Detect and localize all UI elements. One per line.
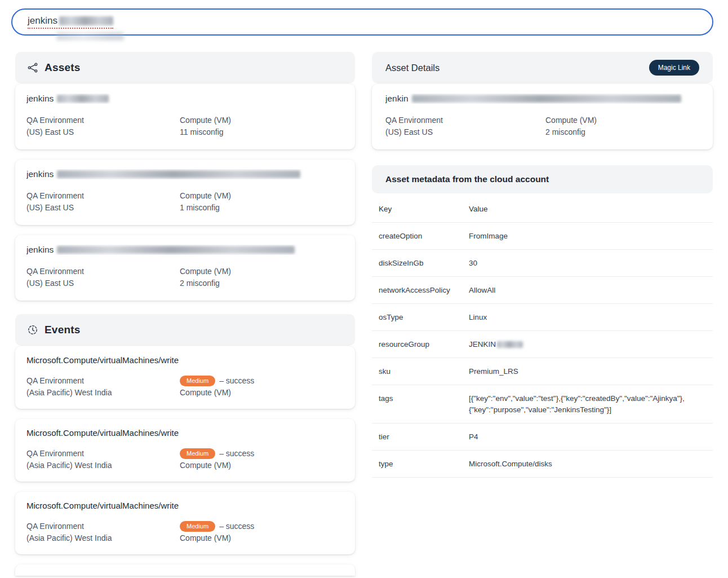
asset-misconfig-count: 11 misconfig [180,126,231,138]
asset-type: Compute (VM) [545,114,597,126]
event-card[interactable]: Microsoft.Compute/virtualMachines/write … [15,346,355,409]
asset-card[interactable]: jenkins QA Environment (US) East US Comp… [15,160,355,225]
meta-value: P4 [462,423,713,451]
meta-key: osType [372,304,462,331]
redacted-asset-name [57,246,295,254]
metadata-row: type Microsoft.Compute/disks [372,451,713,478]
event-status: – success [219,376,254,385]
event-environment: QA Environment [26,520,180,532]
meta-key: sku [372,358,462,385]
meta-key: createOption [372,223,462,250]
metadata-section-header: Asset metadata from the cloud account [372,165,713,193]
asset-environment: QA Environment [26,114,180,126]
event-region: (Asia Pacific) West India [26,532,180,544]
redacted-asset-name [57,170,300,178]
asset-details-title: Asset Details [385,63,440,73]
event-status: – success [219,522,254,531]
right-column: Asset Details Magic Link jenkin QA Envir… [372,52,713,576]
asset-region: (US) East US [26,277,180,289]
event-region: (Asia Pacific) West India [26,460,180,471]
event-region: (Asia Pacific) West India [26,387,180,399]
metadata-title: Asset metadata from the cloud account [385,174,549,184]
assets-title: Assets [45,61,81,74]
search-input[interactable]: jenkins [11,8,713,36]
metadata-row: osType Linux [372,304,713,331]
event-card-partial [15,564,355,576]
meta-value: JENKIN [462,331,713,358]
meta-value: Linux [462,304,713,331]
metadata-key-column-header: Key [372,196,462,223]
asset-misconfig-count: 2 misconfig [180,277,231,289]
severity-badge: Medium [180,521,215,532]
meta-value: Microsoft.Compute/disks [462,451,713,478]
asset-type: Compute (VM) [180,190,231,202]
asset-environment: QA Environment [26,266,180,277]
meta-value: AllowAll [462,277,713,304]
meta-key: tags [372,385,462,423]
event-status: – success [219,449,254,458]
event-asset-type: Compute (VM) [180,532,254,544]
event-asset-type: Compute (VM) [180,460,254,471]
search-query-text: jenkins [28,15,57,27]
event-environment: QA Environment [26,448,180,460]
asset-environment: QA Environment [385,114,545,126]
meta-value: [{"key":"env","value":"test"},{"key":"cr… [462,385,713,423]
redacted-resource-group [497,341,523,348]
asset-region: (US) East US [26,202,180,214]
asset-name: jenkins [26,245,344,255]
meta-value: 30 [462,250,713,277]
meta-value: FromImage [462,223,713,250]
redacted-suggestion [56,32,124,41]
search-query: jenkins [28,15,113,29]
main-layout: Assets jenkins QA Environment (US) East … [15,52,713,576]
events-title: Events [45,324,81,336]
redacted-asset-name [412,95,681,103]
asset-region: (US) East US [385,126,545,138]
assets-icon [27,62,38,73]
events-section-header: Events [15,314,355,346]
metadata-row: tags [{"key":"env","value":"test"},{"key… [372,385,713,423]
severity-badge: Medium [180,448,215,459]
asset-environment: QA Environment [26,190,180,202]
asset-region: (US) East US [26,126,180,138]
metadata-row: diskSizeInGb 30 [372,250,713,277]
asset-name: jenkins [26,94,344,104]
events-icon [27,324,38,336]
magic-link-button[interactable]: Magic Link [649,60,699,76]
asset-card[interactable]: jenkins QA Environment (US) East US Comp… [15,84,355,149]
event-environment: QA Environment [26,375,180,387]
meta-key: resourceGroup [372,331,462,358]
asset-name: jenkins [26,169,344,179]
selected-asset-card: jenkin QA Environment (US) East US Compu… [372,84,713,149]
metadata-row: networkAccessPolicy AllowAll [372,277,713,304]
asset-card[interactable]: jenkins QA Environment (US) East US Comp… [15,235,355,301]
asset-misconfig-count: 2 misconfig [545,126,597,138]
asset-misconfig-count: 1 misconfig [180,202,231,214]
asset-type: Compute (VM) [180,266,231,277]
redacted-asset-name [57,95,109,103]
event-name: Microsoft.Compute/virtualMachines/write [26,428,344,438]
meta-key: type [372,451,462,478]
meta-key: diskSizeInGb [372,250,462,277]
asset-type: Compute (VM) [180,114,231,126]
metadata-row: createOption FromImage [372,223,713,250]
meta-value: Premium_LRS [462,358,713,385]
asset-details-header: Asset Details Magic Link [372,52,713,83]
meta-key: tier [372,423,462,451]
event-asset-type: Compute (VM) [180,387,254,399]
metadata-header-row: Key Value [372,196,713,223]
metadata-value-column-header: Value [462,196,713,223]
meta-key: networkAccessPolicy [372,277,462,304]
left-column: Assets jenkins QA Environment (US) East … [15,52,355,576]
redacted-search-text [59,16,113,25]
event-name: Microsoft.Compute/virtualMachines/write [26,501,344,510]
metadata-table: Key Value createOption FromImage diskSiz… [372,196,713,478]
metadata-row: resourceGroup JENKIN [372,331,713,358]
assets-section-header: Assets [15,52,355,83]
event-name: Microsoft.Compute/virtualMachines/write [26,355,344,365]
severity-badge: Medium [180,376,215,386]
event-card[interactable]: Microsoft.Compute/virtualMachines/write … [15,492,355,554]
metadata-row: tier P4 [372,423,713,451]
metadata-row: sku Premium_LRS [372,358,713,385]
event-card[interactable]: Microsoft.Compute/virtualMachines/write … [15,419,355,482]
